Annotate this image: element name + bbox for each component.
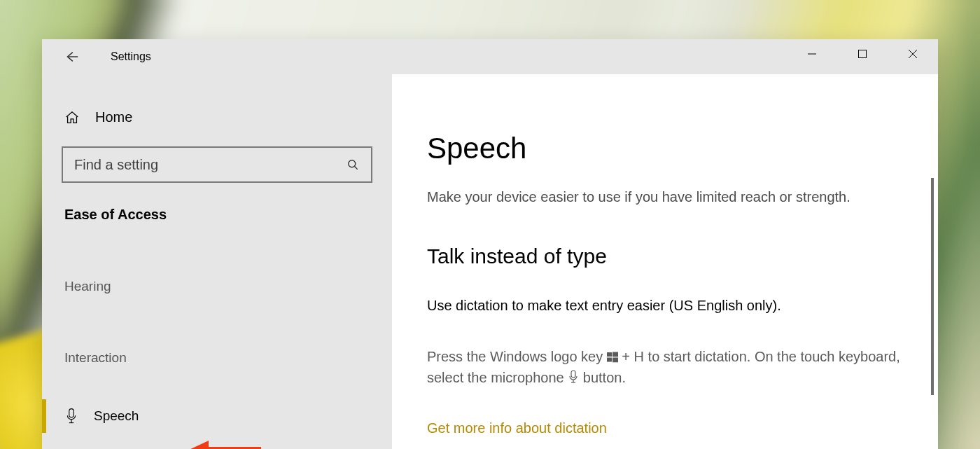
microphone-inline-icon bbox=[568, 368, 579, 380]
search-input[interactable] bbox=[74, 157, 346, 173]
minimize-icon bbox=[807, 49, 817, 59]
sidebar-group-interaction: Interaction bbox=[62, 350, 372, 366]
maximize-button[interactable] bbox=[837, 39, 888, 69]
sidebar-home-label: Home bbox=[95, 109, 132, 125]
svg-rect-2 bbox=[859, 50, 867, 58]
dictation-hint: Press the Windows logo key + H to start … bbox=[427, 346, 903, 388]
dictation-info-link[interactable]: Get more info about dictation bbox=[427, 420, 607, 436]
hint-text-1: Press the Windows logo key bbox=[427, 349, 607, 364]
sidebar-item-speech[interactable]: Speech bbox=[62, 396, 372, 436]
window-title: Settings bbox=[111, 50, 151, 63]
settings-window: Settings Home bbox=[42, 39, 938, 449]
svg-point-5 bbox=[349, 160, 356, 167]
svg-rect-14 bbox=[571, 371, 575, 378]
window-body: Home Ease of Access Hearing Interaction bbox=[42, 74, 938, 449]
window-controls bbox=[787, 39, 938, 69]
svg-rect-12 bbox=[607, 358, 612, 362]
microphone-icon bbox=[64, 408, 78, 424]
page-title: Speech bbox=[427, 132, 903, 165]
svg-line-6 bbox=[355, 167, 358, 170]
search-box[interactable] bbox=[62, 146, 372, 183]
sidebar: Home Ease of Access Hearing Interaction bbox=[42, 74, 392, 449]
arrow-left-icon bbox=[64, 49, 79, 64]
sidebar-group-hearing: Hearing bbox=[62, 279, 372, 294]
svg-rect-10 bbox=[607, 352, 612, 357]
close-icon bbox=[908, 49, 918, 59]
svg-rect-13 bbox=[612, 358, 618, 363]
maximize-icon bbox=[858, 49, 867, 59]
back-button[interactable] bbox=[52, 39, 91, 74]
section-talk-para: Use dictation to make text entry easier … bbox=[427, 298, 903, 314]
sidebar-item-label: Speech bbox=[94, 408, 139, 424]
page-lead: Make your device easier to use if you ha… bbox=[427, 189, 903, 205]
hint-text-3: button. bbox=[583, 370, 626, 385]
scrollbar[interactable] bbox=[931, 178, 934, 395]
home-icon bbox=[64, 110, 80, 125]
search-icon bbox=[346, 158, 360, 172]
sidebar-section-title: Ease of Access bbox=[62, 207, 372, 223]
windows-logo-icon bbox=[607, 347, 618, 359]
svg-rect-7 bbox=[69, 409, 74, 417]
section-talk-title: Talk instead of type bbox=[427, 244, 903, 268]
sidebar-home[interactable]: Home bbox=[62, 109, 372, 125]
close-button[interactable] bbox=[888, 39, 938, 69]
svg-rect-11 bbox=[612, 352, 618, 357]
minimize-button[interactable] bbox=[787, 39, 837, 69]
content-pane: Speech Make your device easier to use if… bbox=[392, 74, 938, 449]
titlebar: Settings bbox=[42, 39, 938, 74]
